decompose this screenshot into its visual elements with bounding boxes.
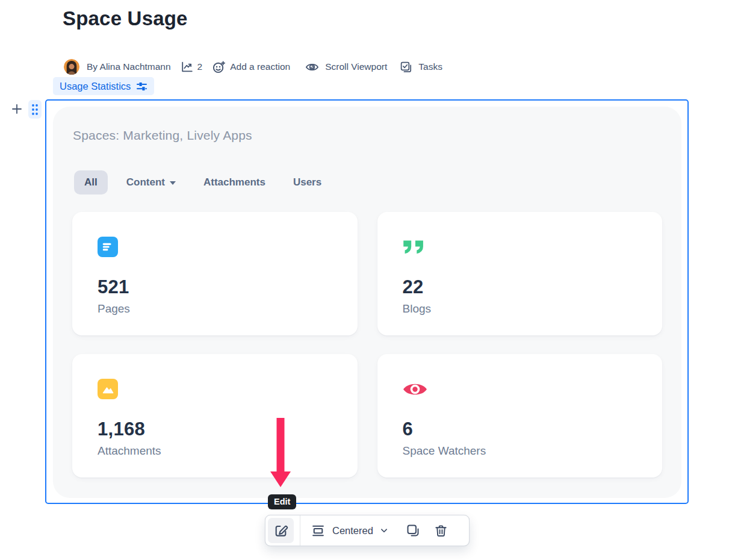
- page: Space Usage By Alina Nachtmann 2: [0, 0, 732, 560]
- attachments-label: Attachments: [98, 444, 332, 458]
- copy-icon: [406, 523, 420, 538]
- analytics-icon: [181, 60, 194, 73]
- tab-all[interactable]: All: [74, 170, 108, 194]
- image-icon: [98, 379, 118, 399]
- scroll-viewport-icon: [305, 60, 319, 74]
- stat-card-pages: 521 Pages: [72, 212, 358, 335]
- add-reaction-button[interactable]: Add a reaction: [212, 60, 290, 74]
- delete-button[interactable]: [434, 524, 448, 538]
- edit-pencil-icon: [273, 523, 288, 538]
- drag-handle[interactable]: [28, 100, 42, 119]
- tasks-icon: [400, 61, 412, 73]
- toolbar-divider: [300, 515, 300, 546]
- layout-dropdown[interactable]: Centered: [311, 523, 389, 538]
- tab-users[interactable]: Users: [293, 176, 321, 188]
- block-toolbar: Centered: [265, 515, 470, 546]
- edit-button[interactable]: [268, 518, 294, 543]
- avatar-image: [64, 59, 79, 75]
- chevron-down-icon: [379, 525, 389, 536]
- stat-card-space-watchers: 6 Space Watchers: [377, 354, 663, 478]
- trash-icon: [434, 524, 448, 538]
- annotation-arrow-down: [270, 418, 291, 488]
- copy-button[interactable]: [406, 523, 420, 538]
- tasks-button[interactable]: Tasks: [400, 61, 442, 73]
- blogs-count: 22: [403, 276, 637, 298]
- add-reaction-label: Add a reaction: [230, 61, 290, 72]
- scroll-viewport-label: Scroll Viewport: [325, 61, 387, 72]
- centered-layout-icon: [311, 523, 326, 538]
- author-avatar[interactable]: [64, 59, 79, 75]
- macro-chip-label: Usage Statistics: [60, 81, 131, 92]
- quote-icon: [403, 240, 425, 255]
- panel-heading: Spaces: Marketing, Lively Apps: [73, 128, 252, 143]
- tab-content[interactable]: Content: [126, 176, 176, 188]
- pages-count: 521: [98, 276, 332, 298]
- scroll-viewport-button[interactable]: Scroll Viewport: [305, 60, 387, 74]
- tab-attachments-label: Attachments: [203, 176, 265, 188]
- sliders-icon: [136, 81, 147, 92]
- add-reaction-icon: [212, 60, 226, 74]
- tab-all-label: All: [84, 176, 98, 188]
- stat-cards: 521 Pages 22 Blogs: [72, 212, 662, 478]
- chevron-down-icon: [170, 181, 176, 185]
- attachments-count: 1,168: [98, 418, 332, 440]
- tab-users-label: Users: [293, 176, 321, 188]
- pages-icon: [98, 237, 118, 257]
- layout-selected-label: Centered: [332, 525, 373, 537]
- tab-attachments[interactable]: Attachments: [203, 176, 265, 188]
- pages-label: Pages: [98, 302, 332, 316]
- space-watchers-count: 6: [403, 418, 637, 440]
- stat-card-attachments: 1,168 Attachments: [72, 354, 358, 478]
- tab-content-label: Content: [126, 176, 165, 188]
- macro-chip-usage-statistics[interactable]: Usage Statistics: [53, 77, 154, 95]
- page-title: Space Usage: [63, 7, 188, 30]
- stat-card-blogs: 22 Blogs: [377, 212, 663, 335]
- plus-icon: [11, 104, 22, 114]
- eye-icon: [403, 381, 427, 397]
- edit-tooltip: Edit: [268, 494, 296, 509]
- usage-statistics-panel: Spaces: Marketing, Lively Apps All Conte…: [53, 107, 681, 498]
- edit-tooltip-label: Edit: [274, 497, 290, 506]
- filter-tabs: All Content Attachments Users: [74, 170, 321, 194]
- author-name[interactable]: By Alina Nachtmann: [87, 61, 171, 72]
- blogs-label: Blogs: [403, 302, 637, 316]
- add-block-button[interactable]: [11, 103, 23, 115]
- tasks-label: Tasks: [418, 61, 442, 72]
- byline: By Alina Nachtmann 2 Add a reaction: [64, 58, 442, 75]
- views-count: 2: [197, 61, 203, 72]
- drag-dots-icon: [31, 103, 39, 116]
- analytics-views[interactable]: 2: [181, 60, 203, 73]
- space-watchers-label: Space Watchers: [403, 444, 637, 458]
